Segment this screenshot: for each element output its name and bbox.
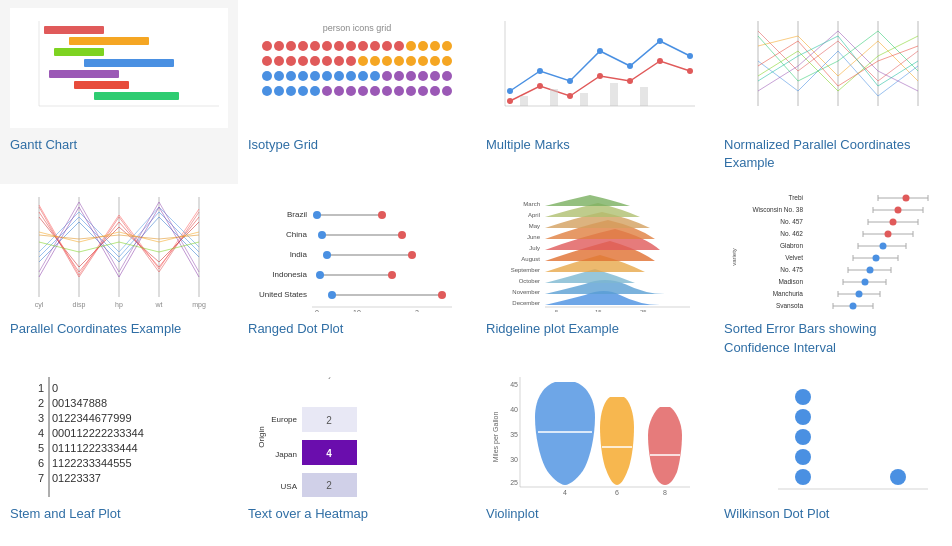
- svg-text:001347888: 001347888: [52, 397, 107, 409]
- svg-point-64: [310, 86, 320, 96]
- svg-point-41: [418, 56, 428, 66]
- svg-point-35: [346, 56, 356, 66]
- svg-text:June: June: [527, 234, 541, 240]
- svg-point-26: [430, 41, 440, 51]
- svg-point-24: [406, 41, 416, 51]
- svg-point-32: [310, 56, 320, 66]
- card-sorted-label: Sorted Error Bars showing Confidence Int…: [724, 320, 942, 356]
- svg-text:China: China: [286, 230, 307, 239]
- svg-text:4: 4: [326, 448, 332, 459]
- card-gantt[interactable]: Gantt Chart: [0, 0, 238, 184]
- svg-point-261: [795, 409, 811, 425]
- svg-point-49: [322, 71, 332, 81]
- svg-point-55: [394, 71, 404, 81]
- svg-point-44: [262, 71, 272, 81]
- svg-text:6: 6: [615, 489, 619, 496]
- svg-point-36: [358, 56, 368, 66]
- svg-point-66: [334, 86, 344, 96]
- svg-point-174: [895, 207, 902, 214]
- svg-text:Trebi: Trebi: [788, 194, 803, 201]
- thumb-wilkinson: [724, 377, 942, 497]
- svg-point-190: [873, 255, 880, 262]
- svg-point-16: [310, 41, 320, 51]
- svg-text:0: 0: [52, 382, 58, 394]
- svg-point-43: [442, 56, 452, 66]
- card-wilkinson[interactable]: Wilkinson Dot Plot: [714, 369, 952, 535]
- svg-point-263: [795, 449, 811, 465]
- svg-text:disp: disp: [73, 301, 86, 309]
- svg-text:Glabron: Glabron: [780, 242, 804, 249]
- svg-point-20: [358, 41, 368, 51]
- svg-rect-93: [580, 93, 588, 106]
- svg-text:0122344677999: 0122344677999: [52, 412, 132, 424]
- svg-text:hp: hp: [115, 301, 123, 309]
- svg-point-59: [442, 71, 452, 81]
- svg-text:0: 0: [315, 309, 319, 312]
- svg-point-206: [850, 303, 857, 310]
- card-parallel[interactable]: cyl disp hp wt mpg Parallel Coordinates …: [0, 184, 238, 368]
- svg-text:8: 8: [663, 489, 667, 496]
- thumb-ridgeline: December November October September Augu…: [486, 192, 704, 312]
- svg-text:May: May: [529, 223, 540, 229]
- svg-text:1: 1: [38, 382, 44, 394]
- svg-point-73: [418, 86, 428, 96]
- svg-point-182: [885, 231, 892, 238]
- svg-point-75: [442, 86, 452, 96]
- card-ridgeline[interactable]: December November October September Augu…: [476, 184, 714, 368]
- svg-point-38: [382, 56, 392, 66]
- card-ranged[interactable]: Brazil China India Indonesia United Stat…: [238, 184, 476, 368]
- card-sorted[interactable]: Trebi Wisconsin No. 38 No. 457 No. 462 G…: [714, 184, 952, 368]
- svg-point-22: [382, 41, 392, 51]
- card-normalized[interactable]: Normalized Parallel Coordinates Example: [714, 0, 952, 184]
- svg-text:March: March: [523, 201, 540, 207]
- svg-point-78: [537, 68, 543, 74]
- svg-point-67: [346, 86, 356, 96]
- svg-point-17: [322, 41, 332, 51]
- svg-point-79: [567, 78, 573, 84]
- svg-point-19: [346, 41, 356, 51]
- card-ridgeline-label: Ridgeline plot Example: [486, 320, 704, 338]
- svg-text:1122233344555: 1122233344555: [52, 457, 132, 469]
- card-textheatmap[interactable]: Origin Europe Japan USA 2 4 2 3 cyl: [238, 369, 476, 535]
- card-isotype[interactable]: person icons grid: [238, 0, 476, 184]
- card-violin[interactable]: 45 40 35 30 25 Miles per Gallon: [476, 369, 714, 535]
- thumb-sorted: Trebi Wisconsin No. 38 No. 457 No. 462 G…: [724, 192, 942, 312]
- svg-text:Manchuria: Manchuria: [773, 290, 804, 297]
- svg-rect-4: [69, 37, 149, 45]
- card-violin-label: Violinplot: [486, 505, 704, 523]
- thumb-ranged: Brazil China India Indonesia United Stat…: [248, 192, 466, 312]
- card-stem[interactable]: 1 2 3 4 5 6 7 0 001347888 0122344677999 …: [0, 369, 238, 535]
- svg-text:November: November: [512, 289, 540, 295]
- thumb-multiple: [486, 8, 704, 128]
- svg-point-77: [507, 88, 513, 94]
- svg-text:wt: wt: [155, 301, 163, 308]
- svg-text:40: 40: [510, 406, 518, 413]
- svg-point-136: [388, 271, 396, 279]
- svg-rect-95: [640, 87, 648, 106]
- svg-point-71: [394, 86, 404, 96]
- svg-point-18: [334, 41, 344, 51]
- svg-rect-9: [94, 92, 179, 100]
- svg-text:Velvet: Velvet: [785, 254, 803, 261]
- svg-point-186: [880, 243, 887, 250]
- svg-text:mpg: mpg: [192, 301, 206, 309]
- svg-rect-259: [728, 377, 938, 497]
- card-normalized-label: Normalized Parallel Coordinates Example: [724, 136, 942, 172]
- svg-text:15: 15: [595, 309, 602, 312]
- svg-text:December: December: [512, 300, 540, 306]
- svg-point-57: [418, 71, 428, 81]
- card-multiple[interactable]: Multiple Marks: [476, 0, 714, 184]
- svg-text:person icons grid: person icons grid: [323, 23, 392, 33]
- svg-point-37: [370, 56, 380, 66]
- svg-rect-3: [44, 26, 104, 34]
- svg-point-63: [298, 86, 308, 96]
- svg-text:Brazil: Brazil: [287, 210, 307, 219]
- svg-text:United States: United States: [259, 290, 307, 299]
- svg-point-13: [274, 41, 284, 51]
- svg-text:5: 5: [38, 442, 44, 454]
- chart-gallery: Gantt Chart person icons grid: [0, 0, 952, 535]
- svg-text:6: 6: [38, 457, 44, 469]
- svg-point-83: [687, 53, 693, 59]
- svg-point-33: [322, 56, 332, 66]
- svg-rect-8: [74, 81, 129, 89]
